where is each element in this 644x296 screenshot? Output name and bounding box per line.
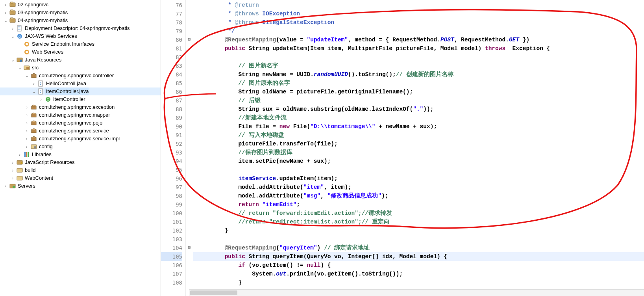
code-line[interactable]: pictureFile.transferTo(file); [193, 140, 644, 148]
code-line[interactable]: // 后缀 [193, 96, 644, 105]
fold-gutter[interactable]: ⊟⊟ [186, 0, 193, 296]
code-line[interactable] [193, 235, 644, 244]
code-area[interactable]: * @return * @throws IOException * @throw… [193, 0, 644, 296]
tree-item[interactable]: ›Libraries [0, 151, 161, 158]
code-line[interactable]: //return "redirect:itemList.action";// 重… [193, 218, 644, 226]
code-line[interactable]: File file = new File("D:\\tomcatimage\\"… [193, 122, 644, 131]
code-line[interactable]: String sux = oldName.substring(oldName.l… [193, 105, 644, 114]
code-line[interactable]: //保存图片到数据库 [193, 148, 644, 157]
line-number: 107 [161, 270, 182, 278]
tree-item[interactable]: ⌄com.itzheng.springmvc.controller [0, 72, 161, 80]
expand-icon[interactable]: › [24, 143, 30, 151]
fold-placeholder [186, 156, 193, 165]
expand-icon[interactable]: › [3, 182, 8, 190]
code-line[interactable] [193, 166, 644, 174]
code-line[interactable]: // 写入本地磁盘 [193, 131, 644, 140]
expand-icon[interactable]: › [24, 135, 30, 143]
tree-item[interactable]: ›WebContent [0, 174, 161, 182]
svg-rect-16 [26, 67, 29, 69]
tree-item[interactable]: ⌄@JAX-WS Web Services [0, 32, 161, 40]
tree-item[interactable]: ›03-springmvc-mybatis [0, 9, 161, 17]
code-line[interactable]: if (vo.getItem() != null) { [193, 261, 644, 270]
expand-icon[interactable]: › [10, 166, 15, 174]
tree-item[interactable]: ›Servers [0, 182, 161, 190]
expand-icon[interactable]: › [24, 103, 30, 111]
code-line[interactable]: itemService.updateItem(item); [193, 174, 644, 183]
code-line[interactable] [193, 53, 644, 61]
code-line[interactable]: model.addAttribute("item", item); [193, 183, 644, 192]
collapse-icon[interactable]: ⌄ [31, 87, 37, 95]
code-line[interactable]: } [193, 226, 644, 235]
collapse-icon[interactable]: ⌄ [10, 32, 15, 40]
tree-item[interactable]: ›config [0, 143, 161, 151]
tree-item[interactable]: ›JHelloControll.java [0, 80, 161, 87]
code-line[interactable]: public String queryItem(QueryVo vo, Inte… [193, 252, 644, 261]
tree-item[interactable]: Web Services [0, 48, 161, 56]
tree-item[interactable]: ›CItemController [0, 95, 161, 103]
collapse-icon[interactable]: ⌄ [24, 72, 30, 80]
tree-item[interactable]: ›com.itzheng.springmvc.mapper [0, 111, 161, 119]
expand-icon[interactable]: › [3, 9, 8, 17]
jres-icon [17, 57, 23, 63]
tree-item[interactable]: ›com.itzheng.springmvc.service [0, 127, 161, 135]
line-number: 91 [161, 131, 182, 140]
tree-item[interactable]: ›com.itzheng.springmvc.pojo [0, 119, 161, 127]
expand-icon[interactable]: › [10, 24, 15, 32]
code-line[interactable]: item.setPic(newName + sux); [193, 157, 644, 166]
code-line[interactable]: // 图片原来的名字 [193, 79, 644, 87]
expand-icon[interactable]: › [31, 80, 37, 87]
code-line[interactable]: System.out.println(vo.getItem().toString… [193, 270, 644, 278]
collapse-icon[interactable]: ⌄ [10, 56, 15, 64]
code-line[interactable]: model.addAttribute("msg", "修改商品信息成功"); [193, 192, 644, 200]
tree-item[interactable]: ›JSJavaScript Resources [0, 158, 161, 166]
code-line[interactable]: // 图片新名字 [193, 61, 644, 70]
code-editor[interactable]: 7677787980818283848586878889909192939495… [161, 0, 644, 296]
expand-icon[interactable]: › [24, 119, 30, 127]
code-line[interactable]: return "itemEdit"; [193, 200, 644, 209]
expand-icon[interactable]: › [3, 1, 8, 9]
tree-item[interactable]: ›com.itzheng.springmvc.service.impl [0, 135, 161, 143]
horizontal-scrollbar-thumb[interactable] [190, 290, 237, 295]
expand-icon[interactable]: › [24, 111, 30, 119]
tree-item[interactable]: ⌄JItemController.java [0, 87, 161, 95]
svg-point-12 [26, 51, 28, 53]
code-line[interactable]: String oldName = pictureFile.getOriginal… [193, 87, 644, 96]
expand-icon[interactable]: › [10, 158, 15, 166]
tree-item[interactable]: ›Deployment Descriptor: 04-springmvc-myb… [0, 24, 161, 32]
horizontal-scrollbar[interactable] [189, 289, 644, 296]
expand-icon[interactable]: › [10, 174, 15, 182]
tree-item[interactable]: ⌄04-springmvc-mybatis [0, 17, 161, 24]
code-line[interactable]: public String updateItem(Item item, Mult… [193, 44, 644, 53]
tree-item[interactable]: ⌄src [0, 64, 161, 72]
fold-toggle-icon[interactable]: ⊟ [186, 35, 193, 43]
code-line[interactable]: * @throws IllegalStateException [193, 18, 644, 27]
tree-item[interactable]: Service Endpoint Interfaces [0, 40, 161, 48]
fold-placeholder [186, 87, 193, 95]
project-explorer[interactable]: ›02-springmvc›03-springmvc-mybatis⌄04-sp… [0, 0, 161, 296]
code-line[interactable]: // return "forward:itemEdit.action";//请求… [193, 209, 644, 218]
expand-icon[interactable]: › [24, 127, 30, 135]
pkg-icon [31, 104, 37, 110]
fold-toggle-icon[interactable]: ⊟ [186, 243, 193, 251]
code-line[interactable]: @RequestMapping("queryItem") // 绑定请求地址 [193, 244, 644, 252]
collapse-icon[interactable]: ⌄ [17, 64, 22, 72]
code-line[interactable]: //新建本地文件流 [193, 114, 644, 122]
code-line[interactable]: * @throws IOException [193, 9, 644, 18]
code-line[interactable]: * @return [193, 1, 644, 9]
svg-rect-25 [31, 114, 36, 117]
expand-icon[interactable]: › [38, 95, 44, 103]
code-line[interactable]: String newName = UUID.randomUUID().toStr… [193, 70, 644, 79]
tree-item[interactable]: ⌄Java Resources [0, 56, 161, 64]
svg-rect-36 [17, 168, 22, 172]
tree-item[interactable]: ›build [0, 166, 161, 174]
ws-icon [24, 41, 30, 47]
code-line[interactable]: } [193, 278, 644, 287]
collapse-icon[interactable]: ⌄ [3, 17, 8, 24]
tree-item-label: Java Resources [24, 56, 61, 64]
tree-item[interactable]: ›02-springmvc [0, 1, 161, 9]
code-line[interactable]: */ [193, 27, 644, 35]
tree-item[interactable]: ›com.itzheng.springmvc.exception [0, 103, 161, 111]
code-line[interactable]: @RequestMapping(value = "updateItem", me… [193, 35, 644, 44]
expand-icon[interactable]: › [17, 151, 22, 158]
fold-placeholder [186, 0, 193, 9]
